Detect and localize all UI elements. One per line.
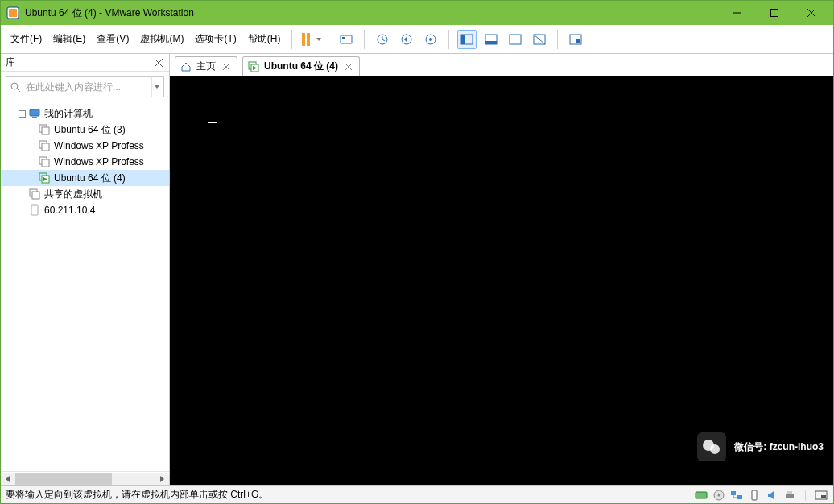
message-log-icon[interactable] [814, 489, 828, 502]
menu-tabs[interactable]: 选项卡(T) [190, 29, 241, 49]
menu-vm[interactable]: 虚拟机(M) [135, 29, 188, 49]
vm-icon [38, 139, 51, 152]
tab-home[interactable]: 主页 [175, 56, 237, 76]
library-title: 库 [6, 56, 153, 69]
library-header: 库 [1, 54, 169, 72]
tree-node-vm[interactable]: Windows XP Profess [1, 138, 169, 154]
wechat-icon [697, 432, 726, 461]
svg-point-51 [710, 444, 720, 454]
view-unity-button[interactable] [530, 30, 549, 49]
search-icon [10, 81, 21, 93]
text-cursor [208, 122, 217, 123]
maximize-button[interactable] [756, 1, 793, 25]
tree-node-vm[interactable]: Windows XP Profess [1, 154, 169, 170]
harddisk-icon[interactable] [694, 489, 708, 502]
search-input[interactable] [26, 81, 147, 93]
tab-bar: 主页 Ubuntu 64 位 (4) [170, 54, 833, 76]
watermark: 微信号: fzcun-ihuo3 [697, 432, 824, 461]
status-device-icons [694, 489, 828, 502]
svg-rect-40 [31, 205, 38, 215]
library-search[interactable] [6, 76, 164, 97]
view-thumbnail-button[interactable] [566, 30, 585, 49]
menu-view[interactable]: 查看(V) [92, 29, 134, 49]
shared-vm-icon [28, 188, 41, 200]
vm-running-icon [248, 61, 259, 72]
tree-node-shared[interactable]: 共享的虚拟机 [1, 186, 169, 202]
scroll-right-icon[interactable] [155, 473, 169, 485]
svg-line-24 [17, 89, 20, 92]
menu-help[interactable]: 帮助(H) [243, 29, 286, 49]
close-button[interactable] [793, 1, 830, 25]
svg-rect-61 [821, 495, 826, 498]
svg-point-54 [718, 494, 720, 496]
svg-rect-30 [42, 127, 49, 134]
tree-node-remote[interactable]: 60.211.10.4 [1, 202, 169, 218]
separator [805, 490, 806, 501]
computer-icon [28, 107, 41, 120]
svg-rect-20 [576, 39, 580, 43]
scroll-track[interactable] [15, 473, 155, 485]
view-fullscreen-button[interactable] [506, 30, 525, 49]
view-sidebar-button[interactable] [457, 30, 477, 49]
scroll-thumb[interactable] [15, 473, 112, 485]
server-icon [28, 204, 41, 217]
svg-rect-1 [9, 9, 17, 17]
minimize-button[interactable] [719, 1, 756, 25]
menubar: 文件(F) 编辑(E) 查看(V) 虚拟机(M) 选项卡(T) 帮助(H) [1, 25, 833, 54]
snapshot-manager-button[interactable] [421, 30, 440, 49]
network-icon[interactable] [729, 489, 744, 502]
sound-icon[interactable] [765, 489, 779, 502]
svg-point-23 [11, 83, 18, 89]
separator [328, 30, 328, 49]
pause-dropdown[interactable] [316, 38, 321, 41]
sidebar-scrollbar[interactable] [1, 471, 169, 485]
separator [291, 30, 292, 49]
menu-file[interactable]: 文件(F) [6, 29, 47, 49]
svg-line-18 [534, 35, 545, 44]
vm-console[interactable]: 微信号: fzcun-ihuo3 [170, 76, 833, 485]
vm-icon [38, 155, 51, 168]
app-window: Ubuntu 64 位 (4) - VMware Workstation 文件(… [0, 0, 834, 504]
send-ctrl-alt-del-button[interactable] [336, 30, 356, 49]
tree-node-my-computer[interactable]: 我的计算机 [1, 105, 169, 122]
menu-edit[interactable]: 编辑(E) [48, 29, 90, 49]
snapshot-take-button[interactable] [373, 30, 392, 49]
svg-marker-42 [160, 476, 164, 482]
cdrom-icon[interactable] [712, 489, 726, 502]
separator [364, 30, 365, 49]
printer-icon[interactable] [782, 489, 797, 502]
svg-rect-57 [752, 490, 757, 500]
collapse-icon[interactable] [17, 110, 27, 118]
snapshot-revert-button[interactable] [397, 30, 416, 49]
tree-node-vm[interactable]: Ubuntu 64 位 (3) [1, 122, 169, 138]
status-message: 要将输入定向到该虚拟机，请在虚拟机内部单击或按 Ctrl+G。 [6, 488, 694, 502]
svg-rect-3 [771, 10, 778, 17]
body: 库 我的计算机 Ubuntu 64 位 (3) [1, 54, 833, 485]
view-console-button[interactable] [481, 30, 501, 49]
library-close-button[interactable] [153, 57, 164, 68]
tree-node-vm-active[interactable]: Ubuntu 64 位 (4) [1, 170, 169, 186]
svg-rect-56 [737, 495, 742, 499]
library-tree: 我的计算机 Ubuntu 64 位 (3) Windows XP Profess… [1, 102, 169, 471]
tab-close-button[interactable] [221, 61, 232, 72]
svg-rect-34 [42, 159, 49, 167]
scroll-left-icon[interactable] [1, 473, 15, 485]
svg-rect-52 [696, 492, 707, 498]
pause-button[interactable] [302, 33, 310, 46]
svg-rect-7 [342, 37, 345, 39]
svg-rect-55 [731, 491, 736, 495]
svg-marker-41 [6, 476, 10, 482]
svg-rect-16 [510, 35, 521, 44]
svg-rect-58 [786, 494, 794, 498]
window-title: Ubuntu 64 位 (4) - VMware Workstation [25, 6, 194, 20]
main-area: 主页 Ubuntu 64 位 (4) 微信号: fzcun-ihuo3 [170, 54, 833, 485]
separator [448, 30, 449, 49]
search-dropdown[interactable] [151, 77, 160, 97]
svg-rect-28 [32, 117, 37, 118]
vm-running-icon [38, 171, 51, 184]
svg-rect-15 [485, 41, 497, 44]
tab-close-button[interactable] [343, 61, 354, 72]
tab-vm-active[interactable]: Ubuntu 64 位 (4) [242, 56, 360, 76]
separator [557, 30, 558, 49]
usb-icon[interactable] [747, 489, 762, 502]
